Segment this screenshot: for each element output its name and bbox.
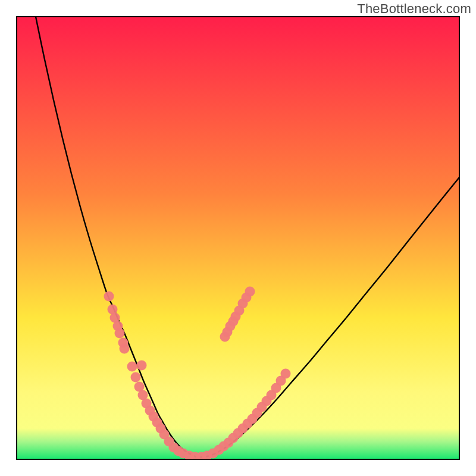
bottleneck-chart bbox=[0, 0, 476, 476]
dot-near-min bbox=[137, 361, 147, 371]
watermark-label: TheBottleneck.com bbox=[357, 1, 471, 17]
data-point bbox=[115, 328, 125, 339]
data-point bbox=[131, 372, 141, 383]
data-point bbox=[127, 362, 137, 372]
data-point bbox=[245, 287, 255, 297]
chart-container: TheBottleneck.com bbox=[0, 0, 476, 476]
data-point bbox=[281, 369, 291, 379]
data-point bbox=[104, 292, 114, 302]
plot-background bbox=[17, 17, 459, 459]
data-point bbox=[120, 344, 130, 354]
data-point bbox=[137, 361, 147, 371]
